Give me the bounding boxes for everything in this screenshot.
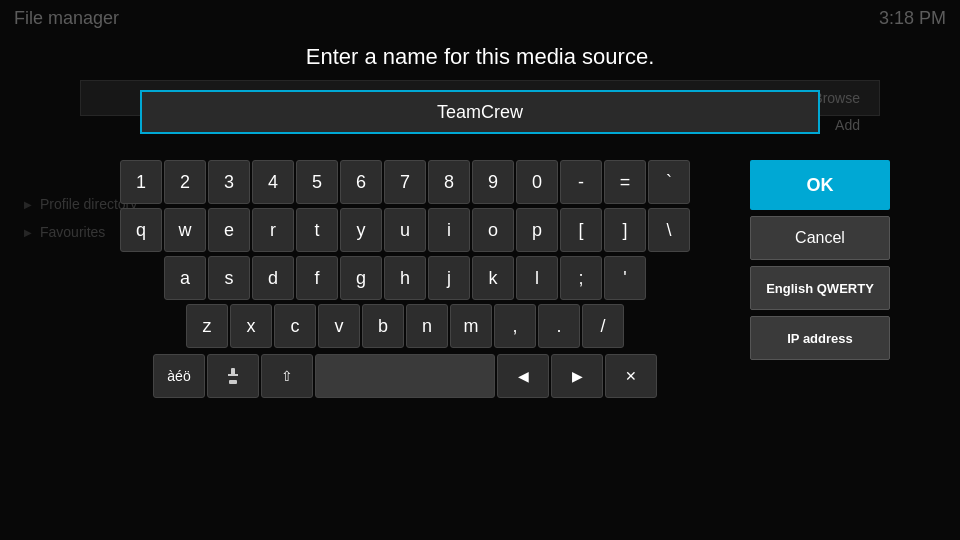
key-7[interactable]: 7 <box>384 160 426 204</box>
dialog-buttons: OK Cancel English QWERTY IP address <box>750 160 890 360</box>
key-n[interactable]: n <box>406 304 448 348</box>
key-x[interactable]: x <box>230 304 272 348</box>
key-t[interactable]: t <box>296 208 338 252</box>
key-6[interactable]: 6 <box>340 160 382 204</box>
key-q[interactable]: q <box>120 208 162 252</box>
ok-button[interactable]: OK <box>750 160 890 210</box>
keyboard-row-asdf: a s d f g h j k l ; ' <box>70 256 740 300</box>
keyboard-action-row: àéö ⇧ ◀ ▶ ✕ <box>70 354 740 398</box>
name-dialog: Enter a name for this media source. 1 2 … <box>70 30 890 530</box>
key-5[interactable]: 5 <box>296 160 338 204</box>
key-semicolon[interactable]: ; <box>560 256 602 300</box>
key-9[interactable]: 9 <box>472 160 514 204</box>
key-p[interactable]: p <box>516 208 558 252</box>
keyboard-row-numbers: 1 2 3 4 5 6 7 8 9 0 - = ` <box>70 160 740 204</box>
key-comma[interactable]: , <box>494 304 536 348</box>
key-rbracket[interactable]: ] <box>604 208 646 252</box>
key-lbracket[interactable]: [ <box>560 208 602 252</box>
key-c[interactable]: c <box>274 304 316 348</box>
svg-rect-2 <box>229 380 237 384</box>
cancel-button[interactable]: Cancel <box>750 216 890 260</box>
key-2[interactable]: 2 <box>164 160 206 204</box>
key-z[interactable]: z <box>186 304 228 348</box>
key-o[interactable]: o <box>472 208 514 252</box>
key-b[interactable]: b <box>362 304 404 348</box>
key-equals[interactable]: = <box>604 160 646 204</box>
key-slash[interactable]: / <box>582 304 624 348</box>
virtual-keyboard: 1 2 3 4 5 6 7 8 9 0 - = ` q w e r t <box>70 160 740 398</box>
key-4[interactable]: 4 <box>252 160 294 204</box>
key-0[interactable]: 0 <box>516 160 558 204</box>
key-a[interactable]: a <box>164 256 206 300</box>
key-apostrophe[interactable]: ' <box>604 256 646 300</box>
key-h[interactable]: h <box>384 256 426 300</box>
key-i[interactable]: i <box>428 208 470 252</box>
key-l[interactable]: l <box>516 256 558 300</box>
key-left-icon[interactable]: ◀ <box>497 354 549 398</box>
media-source-name-input[interactable] <box>142 102 818 123</box>
keyboard-row-zxcv: z x c v b n m , . / <box>70 304 740 348</box>
key-accent[interactable]: àéö <box>153 354 205 398</box>
key-1[interactable]: 1 <box>120 160 162 204</box>
key-backtick[interactable]: ` <box>648 160 690 204</box>
key-r[interactable]: r <box>252 208 294 252</box>
key-e[interactable]: e <box>208 208 250 252</box>
ip-address-button[interactable]: IP address <box>750 316 890 360</box>
key-8[interactable]: 8 <box>428 160 470 204</box>
input-container[interactable] <box>140 90 820 134</box>
key-g[interactable]: g <box>340 256 382 300</box>
key-capslock-icon[interactable] <box>207 354 259 398</box>
key-j[interactable]: j <box>428 256 470 300</box>
key-y[interactable]: y <box>340 208 382 252</box>
key-f[interactable]: f <box>296 256 338 300</box>
key-d[interactable]: d <box>252 256 294 300</box>
key-m[interactable]: m <box>450 304 492 348</box>
key-w[interactable]: w <box>164 208 206 252</box>
key-s[interactable]: s <box>208 256 250 300</box>
key-minus[interactable]: - <box>560 160 602 204</box>
key-backspace-icon[interactable]: ✕ <box>605 354 657 398</box>
keyboard-area: 1 2 3 4 5 6 7 8 9 0 - = ` q w e r t <box>70 160 890 398</box>
keyboard-row-qwerty: q w e r t y u i o p [ ] \ <box>70 208 740 252</box>
key-v[interactable]: v <box>318 304 360 348</box>
key-k[interactable]: k <box>472 256 514 300</box>
svg-rect-1 <box>228 374 238 376</box>
key-3[interactable]: 3 <box>208 160 250 204</box>
key-period[interactable]: . <box>538 304 580 348</box>
dialog-prompt: Enter a name for this media source. <box>306 44 655 70</box>
key-shift-icon[interactable]: ⇧ <box>261 354 313 398</box>
key-u[interactable]: u <box>384 208 426 252</box>
keyboard-layout-button[interactable]: English QWERTY <box>750 266 890 310</box>
key-space[interactable] <box>315 354 495 398</box>
key-backslash[interactable]: \ <box>648 208 690 252</box>
key-right-icon[interactable]: ▶ <box>551 354 603 398</box>
